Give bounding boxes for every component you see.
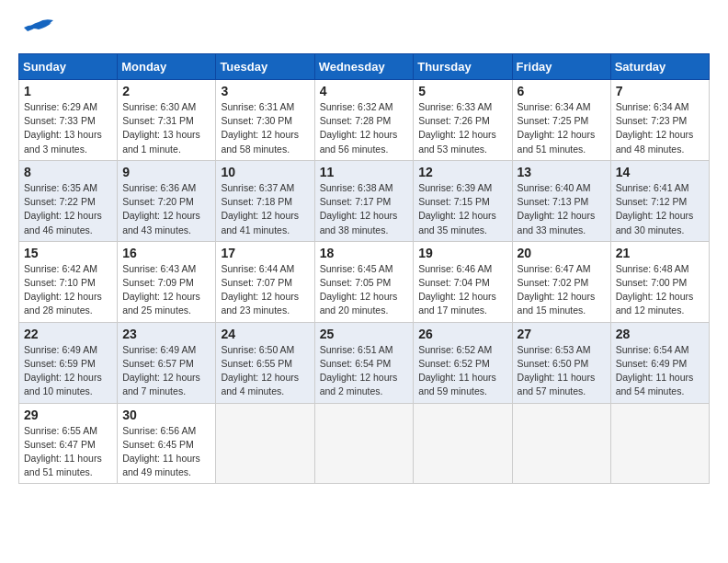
day-info: Sunrise: 6:39 AM Sunset: 7:15 PM Dayligh…	[418, 181, 506, 237]
calendar-cell	[216, 403, 314, 484]
day-info: Sunrise: 6:41 AM Sunset: 7:12 PM Dayligh…	[616, 181, 704, 237]
calendar-cell: 27Sunrise: 6:53 AM Sunset: 6:50 PM Dayli…	[512, 322, 610, 403]
calendar-week-row: 22Sunrise: 6:49 AM Sunset: 6:59 PM Dayli…	[19, 322, 710, 403]
day-info: Sunrise: 6:34 AM Sunset: 7:25 PM Dayligh…	[518, 100, 606, 156]
day-info: Sunrise: 6:44 AM Sunset: 7:07 PM Dayligh…	[221, 262, 309, 318]
calendar-cell: 1Sunrise: 6:29 AM Sunset: 7:33 PM Daylig…	[19, 80, 118, 161]
day-number: 15	[24, 246, 112, 260]
calendar-cell: 22Sunrise: 6:49 AM Sunset: 6:59 PM Dayli…	[19, 322, 118, 403]
day-number: 18	[320, 246, 409, 260]
calendar-header-row: SundayMondayTuesdayWednesdayThursdayFrid…	[19, 54, 710, 80]
day-info: Sunrise: 6:53 AM Sunset: 6:50 PM Dayligh…	[518, 343, 606, 399]
calendar-cell: 6Sunrise: 6:34 AM Sunset: 7:25 PM Daylig…	[512, 80, 610, 161]
calendar-table: SundayMondayTuesdayWednesdayThursdayFrid…	[18, 53, 710, 484]
calendar-week-row: 15Sunrise: 6:42 AM Sunset: 7:10 PM Dayli…	[19, 241, 710, 322]
day-number: 19	[418, 246, 506, 260]
calendar-cell: 21Sunrise: 6:48 AM Sunset: 7:00 PM Dayli…	[610, 241, 709, 322]
calendar-cell: 14Sunrise: 6:41 AM Sunset: 7:12 PM Dayli…	[610, 160, 709, 241]
calendar-header-saturday: Saturday	[610, 54, 709, 80]
calendar-cell: 24Sunrise: 6:50 AM Sunset: 6:55 PM Dayli…	[216, 322, 314, 403]
calendar-cell: 9Sunrise: 6:36 AM Sunset: 7:20 PM Daylig…	[118, 160, 216, 241]
day-info: Sunrise: 6:51 AM Sunset: 6:54 PM Dayligh…	[320, 343, 409, 399]
calendar-cell: 12Sunrise: 6:39 AM Sunset: 7:15 PM Dayli…	[414, 160, 512, 241]
day-info: Sunrise: 6:45 AM Sunset: 7:05 PM Dayligh…	[320, 262, 409, 318]
day-number: 2	[122, 84, 210, 98]
day-number: 13	[518, 165, 606, 179]
day-number: 6	[518, 84, 606, 98]
day-number: 16	[122, 246, 210, 260]
calendar-cell: 2Sunrise: 6:30 AM Sunset: 7:31 PM Daylig…	[118, 80, 216, 161]
calendar-cell: 3Sunrise: 6:31 AM Sunset: 7:30 PM Daylig…	[216, 80, 314, 161]
day-info: Sunrise: 6:32 AM Sunset: 7:28 PM Dayligh…	[320, 100, 409, 156]
calendar-cell: 28Sunrise: 6:54 AM Sunset: 6:49 PM Dayli…	[610, 322, 709, 403]
calendar-cell: 13Sunrise: 6:40 AM Sunset: 7:13 PM Dayli…	[512, 160, 610, 241]
calendar-cell	[314, 403, 414, 484]
calendar-week-row: 8Sunrise: 6:35 AM Sunset: 7:22 PM Daylig…	[19, 160, 710, 241]
day-number: 5	[418, 84, 506, 98]
calendar-header-sunday: Sunday	[19, 54, 118, 80]
day-number: 24	[221, 327, 309, 341]
calendar-cell: 10Sunrise: 6:37 AM Sunset: 7:18 PM Dayli…	[216, 160, 314, 241]
calendar-cell: 15Sunrise: 6:42 AM Sunset: 7:10 PM Dayli…	[19, 241, 118, 322]
calendar-cell: 4Sunrise: 6:32 AM Sunset: 7:28 PM Daylig…	[314, 80, 414, 161]
day-number: 9	[122, 165, 210, 179]
day-info: Sunrise: 6:42 AM Sunset: 7:10 PM Dayligh…	[24, 262, 112, 318]
day-info: Sunrise: 6:37 AM Sunset: 7:18 PM Dayligh…	[221, 181, 309, 237]
day-info: Sunrise: 6:49 AM Sunset: 6:59 PM Dayligh…	[24, 343, 112, 399]
calendar-header-wednesday: Wednesday	[314, 54, 414, 80]
day-number: 21	[616, 246, 704, 260]
day-info: Sunrise: 6:56 AM Sunset: 6:45 PM Dayligh…	[122, 424, 210, 480]
calendar-header-tuesday: Tuesday	[216, 54, 314, 80]
calendar-cell	[414, 403, 512, 484]
day-info: Sunrise: 6:46 AM Sunset: 7:04 PM Dayligh…	[418, 262, 506, 318]
day-number: 29	[24, 408, 112, 422]
logo-bird-icon	[22, 18, 55, 44]
day-info: Sunrise: 6:55 AM Sunset: 6:47 PM Dayligh…	[24, 424, 112, 480]
calendar-week-row: 29Sunrise: 6:55 AM Sunset: 6:47 PM Dayli…	[19, 403, 710, 484]
calendar-week-row: 1Sunrise: 6:29 AM Sunset: 7:33 PM Daylig…	[19, 80, 710, 161]
calendar-cell: 5Sunrise: 6:33 AM Sunset: 7:26 PM Daylig…	[414, 80, 512, 161]
day-number: 4	[320, 84, 409, 98]
day-number: 30	[122, 408, 210, 422]
day-info: Sunrise: 6:30 AM Sunset: 7:31 PM Dayligh…	[122, 100, 210, 156]
day-number: 12	[418, 165, 506, 179]
calendar-cell: 20Sunrise: 6:47 AM Sunset: 7:02 PM Dayli…	[512, 241, 610, 322]
day-number: 11	[320, 165, 409, 179]
calendar-cell	[610, 403, 709, 484]
day-number: 1	[24, 84, 112, 98]
day-number: 7	[616, 84, 704, 98]
day-info: Sunrise: 6:38 AM Sunset: 7:17 PM Dayligh…	[320, 181, 409, 237]
calendar-cell: 29Sunrise: 6:55 AM Sunset: 6:47 PM Dayli…	[19, 403, 118, 484]
day-info: Sunrise: 6:43 AM Sunset: 7:09 PM Dayligh…	[122, 262, 210, 318]
day-info: Sunrise: 6:47 AM Sunset: 7:02 PM Dayligh…	[518, 262, 606, 318]
day-number: 22	[24, 327, 112, 341]
day-info: Sunrise: 6:54 AM Sunset: 6:49 PM Dayligh…	[616, 343, 704, 399]
day-number: 8	[24, 165, 112, 179]
day-number: 3	[221, 84, 309, 98]
logo	[18, 18, 55, 44]
day-number: 26	[418, 327, 506, 341]
calendar-cell: 7Sunrise: 6:34 AM Sunset: 7:23 PM Daylig…	[610, 80, 709, 161]
calendar-cell: 18Sunrise: 6:45 AM Sunset: 7:05 PM Dayli…	[314, 241, 414, 322]
day-number: 10	[221, 165, 309, 179]
calendar-cell: 11Sunrise: 6:38 AM Sunset: 7:17 PM Dayli…	[314, 160, 414, 241]
day-number: 28	[616, 327, 704, 341]
day-info: Sunrise: 6:40 AM Sunset: 7:13 PM Dayligh…	[518, 181, 606, 237]
day-info: Sunrise: 6:52 AM Sunset: 6:52 PM Dayligh…	[418, 343, 506, 399]
calendar-header-friday: Friday	[512, 54, 610, 80]
calendar-cell: 16Sunrise: 6:43 AM Sunset: 7:09 PM Dayli…	[118, 241, 216, 322]
day-number: 20	[518, 246, 606, 260]
day-info: Sunrise: 6:48 AM Sunset: 7:00 PM Dayligh…	[616, 262, 704, 318]
calendar-cell	[512, 403, 610, 484]
calendar-cell: 26Sunrise: 6:52 AM Sunset: 6:52 PM Dayli…	[414, 322, 512, 403]
calendar-cell: 23Sunrise: 6:49 AM Sunset: 6:57 PM Dayli…	[118, 322, 216, 403]
day-number: 17	[221, 246, 309, 260]
calendar-header-thursday: Thursday	[414, 54, 512, 80]
day-info: Sunrise: 6:31 AM Sunset: 7:30 PM Dayligh…	[221, 100, 309, 156]
day-info: Sunrise: 6:49 AM Sunset: 6:57 PM Dayligh…	[122, 343, 210, 399]
day-info: Sunrise: 6:35 AM Sunset: 7:22 PM Dayligh…	[24, 181, 112, 237]
day-info: Sunrise: 6:50 AM Sunset: 6:55 PM Dayligh…	[221, 343, 309, 399]
day-number: 25	[320, 327, 409, 341]
day-number: 27	[518, 327, 606, 341]
calendar-cell: 30Sunrise: 6:56 AM Sunset: 6:45 PM Dayli…	[118, 403, 216, 484]
